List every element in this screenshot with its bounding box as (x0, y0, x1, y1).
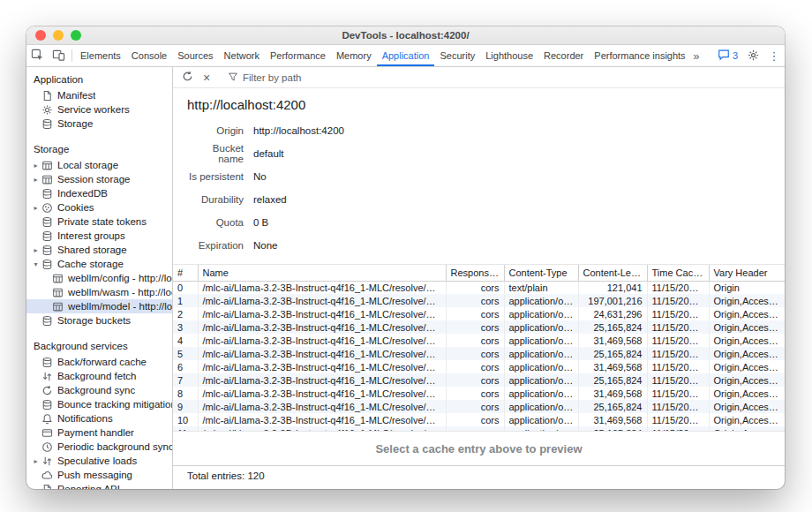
sidebar-item-reporting-api[interactable]: Reporting API (26, 482, 172, 489)
tab-console[interactable]: Console (126, 45, 172, 66)
cache-metadata: Originhttp://localhost:4200Bucket namede… (173, 117, 785, 264)
sidebar-item-cache-storage[interactable]: ▾Cache storage (26, 257, 172, 271)
sidebar-item-storage-buckets[interactable]: Storage buckets (26, 313, 172, 328)
cell-time-cached: 11/15/2024, 10… (647, 294, 709, 307)
refresh-icon (182, 70, 193, 86)
cell-content-type: application/oc… (504, 307, 578, 320)
cell-response-type: cors (446, 281, 504, 294)
fetch-arrows-icon (41, 370, 53, 382)
sidebar-item-private-state-tokens[interactable]: Private state tokens (26, 215, 172, 229)
sidebar-item-label: Storage (57, 118, 93, 129)
column-header-content-type[interactable]: Content-Type (504, 265, 578, 281)
sidebar-item-webllm-wasm-http-loca[interactable]: webllm/wasm - http://loca… (26, 285, 172, 299)
column-header-vary-header[interactable]: Vary Header (709, 265, 785, 281)
meta-label: Quota (187, 217, 244, 228)
delete-selected-button[interactable]: × (197, 68, 216, 87)
window-titlebar: DevTools - localhost:4200/ (26, 26, 785, 45)
sidebar-item-indexeddb[interactable]: IndexedDB (26, 186, 172, 200)
cache-origin-title: http://localhost:4200 (173, 88, 785, 117)
sidebar-item-session-storage[interactable]: ▸Session storage (26, 172, 172, 186)
sidebar-item-payment-handler[interactable]: Payment handler (26, 425, 172, 440)
chevron-right-icon[interactable]: ▸ (31, 246, 41, 254)
sidebar-item-bounce-tracking-mitigations[interactable]: Bounce tracking mitigations (26, 397, 172, 411)
column-header-response-type[interactable]: Response-Type (446, 265, 504, 281)
sidebar-item-interest-groups[interactable]: Interest groups (26, 229, 172, 243)
sidebar-item-cookies[interactable]: ▸Cookies (26, 200, 172, 215)
chevron-right-icon[interactable]: ▸ (31, 457, 41, 465)
cell-index: 3 (173, 320, 198, 334)
sidebar-item-webllm-config-http-loc[interactable]: webllm/config - http://loc… (26, 271, 172, 285)
document-icon (41, 483, 53, 489)
column-header-content-length[interactable]: Content-Length (578, 265, 647, 281)
cache-entry-row[interactable]: 2/mlc-ai/Llama-3.2-3B-Instruct-q4f16_1-M… (173, 307, 785, 320)
sidebar-item-push-messaging[interactable]: Push messaging (26, 468, 172, 482)
cache-toolbar: × Filter by path (173, 67, 785, 88)
cache-entry-row[interactable]: 3/mlc-ai/Llama-3.2-3B-Instruct-q4f16_1-M… (173, 320, 785, 334)
clock-icon (41, 440, 53, 453)
tab-elements[interactable]: Elements (75, 45, 126, 66)
tab-application[interactable]: Application (377, 45, 435, 66)
cell-name: /mlc-ai/Llama-3.2-3B-Instruct-q4f16_1-ML… (198, 400, 446, 413)
sidebar-item-shared-storage[interactable]: ▸Shared storage (26, 243, 172, 257)
sidebar-item-background-fetch[interactable]: Background fetch (26, 369, 172, 383)
cache-entry-row[interactable]: 7/mlc-ai/Llama-3.2-3B-Instruct-q4f16_1-M… (173, 373, 785, 387)
zoom-button[interactable] (71, 30, 81, 41)
sidebar-item-webllm-model-http-loc[interactable]: webllm/model - http://loc… (26, 299, 172, 313)
cache-entry-row[interactable]: 0/mlc-ai/Llama-3.2-3B-Instruct-q4f16_1-M… (173, 281, 785, 294)
cell-index: 5 (173, 347, 198, 360)
cell-time-cached: 11/15/2024, 10… (647, 320, 709, 334)
device-toolbar-button[interactable] (48, 45, 69, 66)
tab-sources[interactable]: Sources (172, 45, 218, 66)
cookie-icon (41, 201, 53, 214)
column-header-name[interactable]: Name (198, 265, 446, 281)
sidebar-item-speculative-loads[interactable]: ▸Speculative loads (26, 454, 172, 468)
filter-input[interactable]: Filter by path (222, 72, 306, 84)
kebab-menu-icon[interactable]: ⋮ (763, 49, 785, 63)
column-header-index[interactable]: # (173, 265, 198, 281)
sidebar-item-periodic-background-sync[interactable]: Periodic background sync (26, 440, 172, 454)
inspect-element-button[interactable] (26, 45, 48, 66)
more-tabs-button[interactable]: » (686, 49, 707, 63)
cache-entry-row[interactable]: 4/mlc-ai/Llama-3.2-3B-Instruct-q4f16_1-M… (173, 334, 785, 347)
cell-content-type: application/oc… (504, 294, 578, 307)
chevron-right-icon[interactable]: ▸ (31, 162, 41, 169)
sidebar-item-manifest[interactable]: Manifest (26, 88, 172, 102)
cache-entry-row[interactable]: 5/mlc-ai/Llama-3.2-3B-Instruct-q4f16_1-M… (173, 347, 785, 360)
sidebar-item-service-workers[interactable]: Service workers (26, 102, 172, 117)
cache-entry-row[interactable]: 1/mlc-ai/Llama-3.2-3B-Instruct-q4f16_1-M… (173, 294, 785, 307)
tab-performance[interactable]: Performance (265, 45, 331, 66)
sidebar-item-notifications[interactable]: Notifications (26, 411, 172, 425)
sidebar-item-local-storage[interactable]: ▸Local storage (26, 158, 172, 172)
cache-entry-row[interactable]: 6/mlc-ai/Llama-3.2-3B-Instruct-q4f16_1-M… (173, 360, 785, 373)
cell-content-length: 197,001,216 (578, 294, 647, 307)
column-header-time-cached[interactable]: Time Cached (647, 265, 709, 281)
sidebar-item-background-sync[interactable]: Background sync (26, 383, 172, 397)
tab-label: Console (132, 50, 167, 61)
chevron-right-icon[interactable]: ▸ (31, 204, 41, 212)
meta-value: 0 B (253, 217, 268, 228)
sidebar-item-back-forward-cache[interactable]: Back/forward cache (26, 355, 172, 369)
tab-memory[interactable]: Memory (331, 45, 377, 66)
sidebar-item-label: Reporting API (57, 484, 120, 489)
tab-recorder[interactable]: Recorder (538, 45, 589, 66)
tab-security[interactable]: Security (434, 45, 480, 66)
cache-entries-grid[interactable]: #NameResponse-TypeContent-TypeContent-Le… (173, 264, 785, 432)
cell-index: 0 (173, 281, 198, 294)
chevron-down-icon[interactable]: ▾ (31, 260, 41, 268)
tab-network[interactable]: Network (219, 45, 265, 66)
database-icon (41, 258, 53, 270)
refresh-button[interactable] (177, 68, 197, 87)
cache-entry-row[interactable]: 9/mlc-ai/Llama-3.2-3B-Instruct-q4f16_1-M… (173, 400, 785, 413)
close-button[interactable] (35, 30, 46, 41)
cache-entry-row[interactable]: 8/mlc-ai/Llama-3.2-3B-Instruct-q4f16_1-M… (173, 387, 785, 400)
cache-entry-row[interactable]: 10/mlc-ai/Llama-3.2-3B-Instruct-q4f16_1-… (173, 413, 785, 426)
cell-response-type: cors (446, 413, 504, 426)
settings-button[interactable] (742, 49, 763, 64)
minimize-button[interactable] (53, 30, 64, 41)
tab-lighthouse[interactable]: Lighthouse (480, 45, 538, 66)
sidebar-item-storage[interactable]: Storage (26, 117, 172, 131)
tab-performance-insights[interactable]: Performance insights (589, 45, 686, 66)
feedback-button[interactable]: 3 (713, 49, 742, 63)
cell-content-length: 25,165,824 (578, 373, 647, 387)
chevron-right-icon[interactable]: ▸ (31, 176, 41, 184)
